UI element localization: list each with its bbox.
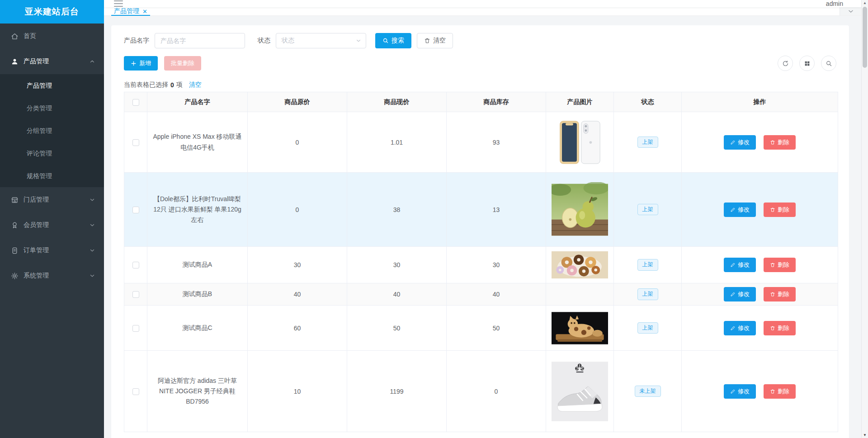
original-price: 10 [248,351,347,432]
edit-button[interactable]: 修改 [724,258,756,272]
sidebar-item-label: 首页 [24,32,95,40]
grid-icon [804,61,810,66]
row-checkbox[interactable] [132,139,139,146]
col-header-original-price: 商品原价 [248,92,347,112]
status-badge: 未上架 [635,386,661,397]
current-price: 50 [347,306,447,351]
selection-clear-link[interactable]: 清空 [189,81,202,89]
col-header-name: 产品名字 [147,92,248,112]
chevron-down-icon [90,248,95,253]
sidebar-subitem-spec-manage[interactable]: 规格管理 [0,165,104,187]
sidebar-item-stores[interactable]: 门店管理 [0,187,104,212]
sidebar-item-label: 门店管理 [24,196,90,204]
user-menu[interactable]: admin [826,0,843,7]
status-badge: 上架 [637,322,658,334]
stock: 93 [447,112,546,173]
stock: 40 [447,283,546,306]
col-header-current-price: 商品现价 [347,92,447,112]
refresh-button[interactable] [778,56,793,71]
row-checkbox[interactable] [132,291,139,298]
stock: 13 [447,173,546,247]
selection-count: 0 [170,81,174,89]
row-checkbox[interactable] [132,388,139,395]
select-all-checkbox[interactable] [132,99,139,106]
iphone-product-image [552,117,608,168]
sidebar-menu: 首页 产品管理 产品管理 分类管理 分组管理 评论管理 规格管理 门店管理 [0,24,104,288]
sidebar-item-orders[interactable]: 订单管理 [0,238,104,263]
edit-button[interactable]: 修改 [724,384,756,399]
product-name: 阿迪达斯官方 adidas 三叶草 NITE JOGGER 男子经典鞋BD795… [147,351,248,432]
sidebar-item-home[interactable]: 首页 [0,24,104,49]
edit-button[interactable]: 修改 [724,287,756,301]
delete-button[interactable]: 删除 [764,258,796,272]
status-badge: 上架 [637,137,658,148]
table-search-button[interactable] [821,56,836,71]
chevron-down-icon [356,38,361,43]
scrollbar-down-arrow[interactable]: ▼ [862,433,868,437]
table-row: 阿迪达斯官方 adidas 三叶草 NITE JOGGER 男子经典鞋BD795… [124,351,838,432]
app-root: 亚米建站后台 首页 产品管理 产品管理 分类管理 分组管理 评论管理 规格管理 … [0,0,868,438]
table-row: 测试商品A 30 30 30 [124,247,838,283]
settings-icon [11,272,19,280]
delete-button[interactable]: 删除 [764,321,796,335]
tab-close-icon[interactable]: ✕ [142,9,147,14]
delete-button[interactable]: 删除 [764,135,796,150]
sidebar: 亚米建站后台 首页 产品管理 产品管理 分类管理 分组管理 评论管理 规格管理 … [0,0,104,438]
product-name: 测试商品C [147,306,248,351]
sidebar-subitem-product-manage[interactable]: 产品管理 [0,74,104,97]
search-button[interactable]: 搜索 [375,33,411,48]
tab-bar: 产品管理 ✕ [104,7,861,16]
selection-suffix: 项 [176,81,183,89]
original-price: 0 [248,112,347,173]
sidebar-item-label: 产品管理 [24,57,90,66]
scrollbar-thumb[interactable] [863,7,867,68]
delete-button[interactable]: 删除 [764,203,796,217]
trash-icon [770,207,775,212]
trash-icon [770,292,775,297]
scrollbar-up-arrow[interactable]: ▲ [862,1,868,5]
edit-button[interactable]: 修改 [724,135,756,150]
pear-product-image [552,182,608,237]
sidebar-item-system[interactable]: 系统管理 [0,263,104,288]
sidebar-item-label: 系统管理 [24,272,90,280]
sidebar-item-label: 会员管理 [24,221,90,229]
status-badge: 上架 [637,204,658,216]
page-scrollbar[interactable]: ▲ ▼ [861,0,868,438]
sidebar-item-members[interactable]: 会员管理 [0,212,104,238]
stock: 30 [447,247,546,283]
status-badge: 上架 [637,259,658,271]
current-price: 1.01 [347,112,447,173]
batch-delete-button[interactable]: 批量删除 [164,56,201,71]
row-checkbox[interactable] [132,262,139,268]
sidebar-subitem-group-manage[interactable]: 分组管理 [0,119,104,142]
sidebar-item-label: 订单管理 [24,246,90,254]
clear-filters-button[interactable]: 清空 [417,33,453,48]
sidebar-subitem-category-manage[interactable]: 分类管理 [0,97,104,119]
tab-label: 产品管理 [114,7,139,15]
edit-button[interactable]: 修改 [724,321,756,335]
product-name-input[interactable] [155,33,245,48]
table-row: 测试商品B 40 40 40 上架 修改 [124,283,838,306]
delete-button[interactable]: 删除 [764,384,796,399]
sneaker-product-image [552,360,608,423]
donuts-product-image [552,250,608,279]
edit-button[interactable]: 修改 [724,203,756,217]
row-checkbox[interactable] [132,207,139,213]
chevron-down-icon [848,8,854,14]
product-name: Apple iPhone XS Max 移动联通电信4G手机 [147,112,248,173]
add-button[interactable]: 新增 [124,56,158,71]
tab-product-manage[interactable]: 产品管理 ✕ [111,7,150,15]
sidebar-item-products[interactable]: 产品管理 [0,49,104,74]
stock: 50 [447,306,546,351]
sidebar-subitem-comment-manage[interactable]: 评论管理 [0,142,104,165]
tab-list-dropdown-button[interactable] [840,7,861,15]
current-price: 1199 [347,351,447,432]
current-price: 40 [347,283,447,306]
row-checkbox[interactable] [132,325,139,332]
delete-button[interactable]: 删除 [764,287,796,301]
col-header-actions: 操作 [682,92,838,112]
column-settings-button[interactable] [799,56,815,71]
pencil-icon [730,207,736,212]
status-select[interactable]: 状态 [276,33,366,48]
collapse-menu-icon[interactable] [114,0,123,7]
